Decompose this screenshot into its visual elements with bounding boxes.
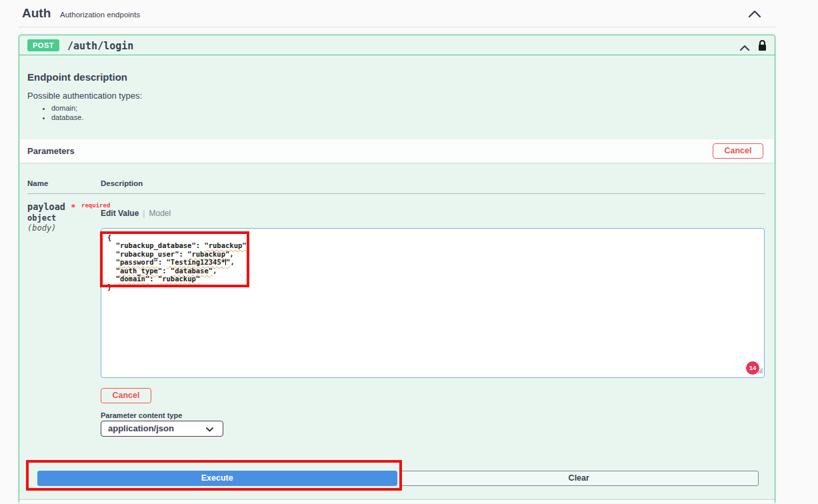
clear-button[interactable]: Clear	[399, 471, 759, 486]
param-type: object	[27, 213, 56, 223]
tag-subtitle: Authorization endpoints	[60, 11, 140, 19]
cancel-button-bottom[interactable]: Cancel	[101, 388, 151, 403]
list-item: database.	[51, 113, 83, 121]
action-buttons-row: Execute Clear	[37, 471, 759, 486]
endpoint-path: /auth/login	[67, 40, 133, 52]
param-name: payload * required	[27, 201, 110, 212]
content-type-select[interactable]: application/json	[101, 421, 223, 437]
cancel-button-top[interactable]: Cancel	[713, 143, 763, 159]
chevron-down-icon	[206, 427, 213, 432]
chevron-up-icon[interactable]	[739, 42, 750, 54]
tab-separator: |	[143, 209, 145, 218]
auth-types-list: domain; database.	[51, 104, 83, 123]
content-type-label: Parameter content type	[101, 411, 182, 419]
opblock-summary[interactable]: POST /auth/login	[19, 35, 775, 55]
tag-title: Auth	[22, 6, 51, 21]
editor-tabs: Edit Value|Model	[101, 209, 171, 218]
list-item: domain;	[51, 104, 83, 112]
parameters-title: Parameters	[27, 146, 75, 156]
param-location: (body)	[27, 223, 56, 233]
method-badge: POST	[27, 39, 59, 51]
responses-section-header	[19, 500, 775, 504]
column-header-description: Description	[101, 179, 143, 187]
content-type-value: application/json	[108, 423, 174, 433]
execute-button[interactable]: Execute	[37, 471, 397, 486]
required-label: required	[81, 202, 110, 209]
column-header-name: Name	[27, 179, 48, 187]
payload-textarea[interactable]: { "rubackup_database": "rubackup", "ruba…	[101, 228, 765, 378]
lock-icon[interactable]	[757, 39, 768, 55]
resize-handle-icon[interactable]	[756, 365, 763, 377]
parameters-section-header: Parameters Cancel	[19, 139, 775, 163]
opblock-post-auth-login: POST /auth/login Endpoint description Po…	[19, 35, 775, 504]
chevron-up-icon[interactable]	[748, 9, 761, 21]
tag-divider	[19, 27, 775, 27]
endpoint-description-heading: Endpoint description	[27, 71, 127, 83]
endpoint-description-intro: Possible authentication types:	[27, 91, 142, 101]
payload-code: { "rubackup_database": "rubackup", "ruba…	[107, 233, 251, 291]
tab-model[interactable]: Model	[149, 209, 171, 218]
required-star: *	[71, 202, 76, 212]
tab-edit-value[interactable]: Edit Value	[101, 209, 139, 218]
column-divider	[27, 193, 765, 194]
